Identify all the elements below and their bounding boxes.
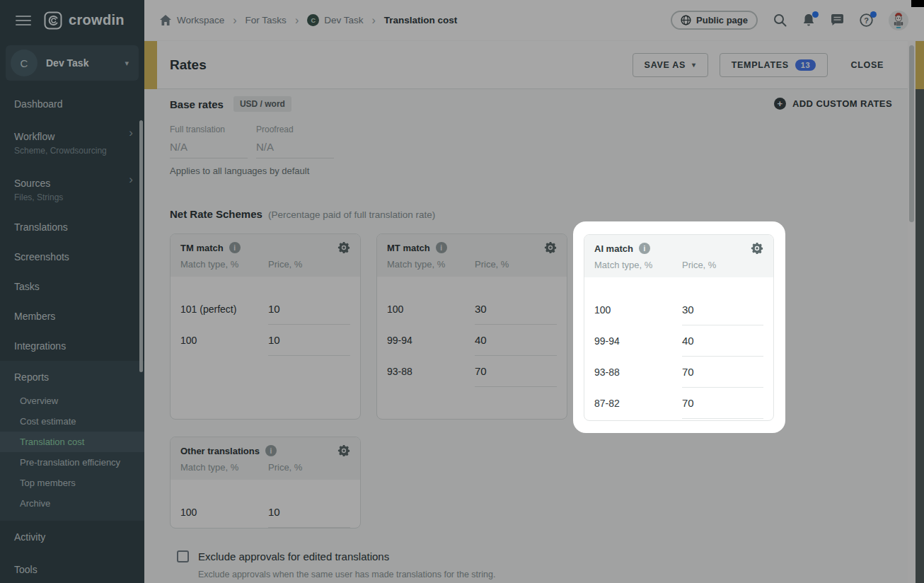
match-type-value: 87-82 bbox=[594, 398, 682, 409]
crowdin-app: crowdin C Dev Task ▾ DashboardWorkflowSc… bbox=[0, 0, 924, 583]
price-input[interactable]: 70 bbox=[682, 388, 763, 419]
rate-row: 99-9440 bbox=[594, 325, 763, 357]
cursor-artifact bbox=[911, 0, 924, 7]
rate-row: 87-8270 bbox=[594, 388, 763, 419]
match-type-value: 93-88 bbox=[594, 366, 682, 378]
match-type-value: 99-94 bbox=[594, 335, 682, 347]
price-input[interactable]: 70 bbox=[682, 357, 763, 388]
column-header-price: Price, % bbox=[682, 260, 716, 270]
column-header-match-type: Match type, % bbox=[594, 260, 682, 270]
price-input[interactable]: 30 bbox=[682, 294, 763, 325]
settings-gear-icon[interactable] bbox=[751, 242, 763, 255]
info-icon[interactable]: i bbox=[639, 243, 650, 254]
card-title: AI match bbox=[594, 243, 633, 254]
rate-row: 93-8870 bbox=[594, 357, 763, 388]
ai-match-spotlight: AI matchiMatch type, %Price, %1003099-94… bbox=[573, 221, 785, 433]
rate-row: 10030 bbox=[594, 294, 763, 325]
tour-dim-overlay bbox=[0, 0, 924, 583]
rate-card-ai: AI matchiMatch type, %Price, %1003099-94… bbox=[584, 234, 774, 421]
price-input[interactable]: 40 bbox=[682, 325, 763, 357]
match-type-value: 100 bbox=[594, 304, 682, 316]
